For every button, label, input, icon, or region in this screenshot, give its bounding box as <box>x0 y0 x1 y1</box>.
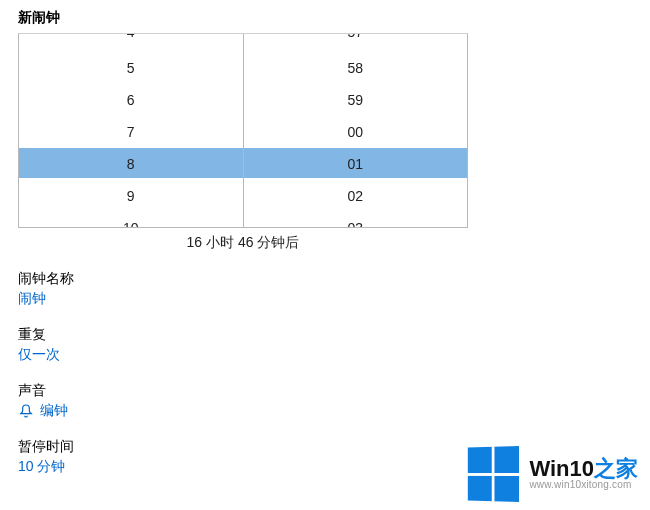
hour-option[interactable]: 5 <box>19 52 243 84</box>
hour-option[interactable]: 6 <box>19 84 243 116</box>
hour-option[interactable]: 8 <box>19 148 243 180</box>
section-sound[interactable]: 声音 编钟 <box>0 382 650 420</box>
minute-option-selected[interactable]: 00 <box>244 116 468 148</box>
repeat-label: 重复 <box>18 326 650 344</box>
minute-option[interactable]: 59 <box>244 84 468 116</box>
windows-logo-icon <box>468 446 519 502</box>
alarm-name-value[interactable]: 闹钟 <box>18 290 650 308</box>
hour-option[interactable]: 4 <box>19 34 243 52</box>
watermark: Win10之家 www.win10xitong.com <box>463 446 638 502</box>
minute-option[interactable]: 01 <box>244 148 468 180</box>
minute-option[interactable]: 57 <box>244 34 468 52</box>
time-picker[interactable]: 4 5 6 7 8 9 10 57 58 59 00 01 02 03 <box>18 33 468 228</box>
hour-column[interactable]: 4 5 6 7 8 9 10 <box>19 34 244 227</box>
watermark-brand: Win10之家 <box>529 457 638 480</box>
page-title: 新闹钟 <box>0 0 650 33</box>
hour-option[interactable]: 10 <box>19 212 243 228</box>
time-until-alarm: 16 小时 46 分钟后 <box>0 234 486 252</box>
minute-option[interactable]: 02 <box>244 180 468 212</box>
alarm-name-label: 闹钟名称 <box>18 270 650 288</box>
minute-column[interactable]: 57 58 59 00 01 02 03 <box>244 34 468 227</box>
minute-option[interactable]: 58 <box>244 52 468 84</box>
minute-option[interactable]: 03 <box>244 212 468 228</box>
repeat-value[interactable]: 仅一次 <box>18 346 650 364</box>
hour-option-selected[interactable]: 7 <box>19 116 243 148</box>
sound-value[interactable]: 编钟 <box>18 402 650 420</box>
section-repeat[interactable]: 重复 仅一次 <box>0 326 650 364</box>
section-alarm-name[interactable]: 闹钟名称 闹钟 <box>0 270 650 308</box>
sound-label: 声音 <box>18 382 650 400</box>
sound-value-text: 编钟 <box>40 402 68 420</box>
hour-option[interactable]: 9 <box>19 180 243 212</box>
watermark-url: www.win10xitong.com <box>529 480 631 491</box>
bell-icon <box>18 403 34 419</box>
